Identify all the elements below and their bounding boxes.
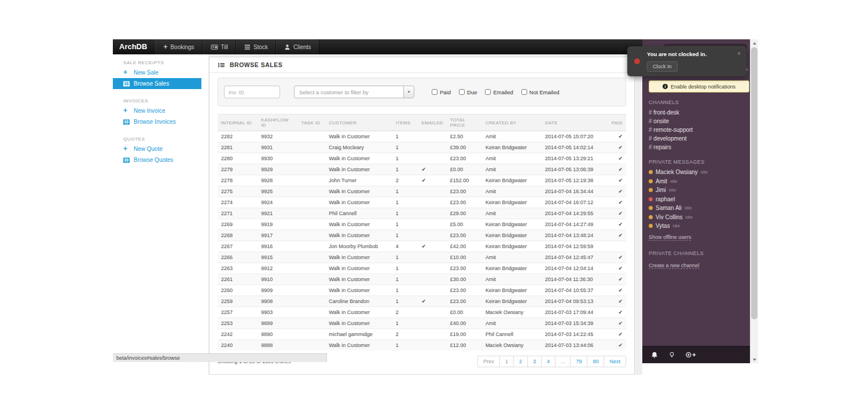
- cell-total-price: £40.00: [447, 318, 482, 329]
- col-kashflow-id[interactable]: KASHFLOW ID: [258, 115, 298, 131]
- table-row[interactable]: 2266 9915 Walk in Customer 1 £10.00 Amit: [218, 252, 626, 263]
- cell-created-by: Keiran Bridgwater: [482, 197, 542, 208]
- pm-presence: idle: [670, 177, 677, 186]
- cell-date: 2014-07-03 15:34:39: [542, 318, 608, 329]
- checkbox-input[interactable]: [521, 89, 527, 95]
- triangle-down-icon: [753, 359, 756, 361]
- scrollbar-thumb[interactable]: [751, 47, 757, 319]
- nav-stock[interactable]: Stock: [236, 39, 276, 54]
- invoice-id-input[interactable]: [224, 86, 280, 98]
- col-created-by[interactable]: CREATED BY: [482, 115, 542, 131]
- col-customer[interactable]: CUSTOMER: [325, 115, 392, 131]
- table-row[interactable]: 2240 9888 Walk in Customer 1 £12.00 Maci…: [218, 340, 626, 351]
- scroll-up-button[interactable]: [751, 39, 758, 47]
- clock-in-button[interactable]: Clock In: [647, 61, 678, 72]
- page-button[interactable]: 4: [541, 356, 556, 367]
- sidebar-item-new-sale[interactable]: + New Sale: [113, 67, 201, 78]
- cell-paid: ✔: [608, 142, 626, 153]
- customer-filter-select[interactable]: Select a customer to filter by ▾: [294, 86, 414, 98]
- table-row[interactable]: 2261 9910 Walk in Customer 1 £30.00 Amit: [218, 274, 626, 285]
- nav-bookings[interactable]: + Bookings: [155, 39, 202, 54]
- cell-paid: ✔: [608, 296, 626, 307]
- channel-item[interactable]: # development: [649, 134, 746, 143]
- scrollbar[interactable]: [750, 39, 758, 363]
- page-button[interactable]: 3: [527, 356, 542, 367]
- page-button[interactable]: 2: [513, 356, 528, 367]
- checkbox-input[interactable]: [485, 89, 491, 95]
- private-message-item[interactable]: Saman Aliidle: [649, 204, 746, 213]
- table-row[interactable]: 2275 9925 Walk in Customer 1 £23.00 Amit: [218, 186, 626, 197]
- table-row[interactable]: 2281 9931 Craig Mocleary 1 £39.00 Keiran…: [218, 142, 626, 153]
- cell-task-id: [298, 153, 325, 164]
- app-brand[interactable]: ArchDB: [113, 39, 155, 54]
- lightbulb-icon[interactable]: [668, 351, 675, 359]
- channel-item[interactable]: # remote-support: [649, 126, 746, 134]
- table-row[interactable]: 2280 9930 Walk in Customer 1 £23.00 Amit: [218, 153, 626, 164]
- filter-checkbox[interactable]: Emailed: [485, 89, 513, 95]
- table-row[interactable]: 2274 9924 Walk in Customer 1 £23.00 Keir…: [218, 197, 626, 208]
- table-row[interactable]: 2263 9912 Walk in Customer 1 £23.00 Keir…: [218, 263, 626, 274]
- col-task-id[interactable]: TASK ID: [298, 115, 325, 131]
- col-emailed[interactable]: EMAILED: [418, 115, 446, 131]
- pagination: Prev 1 2 3 4 ...: [478, 356, 626, 367]
- sidebar-item-browse-invoices[interactable]: Browse Invoices: [113, 116, 201, 127]
- mention-add-icon[interactable]: [685, 351, 697, 359]
- sidebar-item-new-invoice[interactable]: + New Invoice: [113, 105, 201, 116]
- col-internal-id[interactable]: INTERNAL ID: [218, 115, 258, 131]
- table-row[interactable]: 2242 9890 michael gammidge 2 £19.00 Phil…: [218, 329, 626, 340]
- col-paid[interactable]: PAID: [608, 115, 626, 131]
- show-offline-link[interactable]: Show offline users: [649, 234, 691, 241]
- table-row[interactable]: 2257 9903 Walk in Customer 2 £0.00 Macie…: [218, 307, 626, 318]
- table-row[interactable]: 2253 9899 Walk in Customer 1 £40.00 Amit: [218, 318, 626, 329]
- table-row[interactable]: 2259 9908 Caroline Brandon 1 ✔ £23.00 Ke…: [218, 296, 626, 307]
- page-button[interactable]: 80: [587, 356, 604, 367]
- table-row[interactable]: 2271 9921 Phil Cannell 1 £29.00 Amit 2: [218, 208, 626, 219]
- col-date[interactable]: DATE: [542, 115, 608, 131]
- page-button[interactable]: 1: [499, 356, 514, 367]
- col-items[interactable]: ITEMS: [392, 115, 418, 131]
- filter-checkbox[interactable]: Not Emailed: [521, 89, 560, 95]
- filter-checkbox[interactable]: Paid: [432, 89, 451, 95]
- pm-name: Viv Collins: [656, 213, 683, 222]
- bell-icon[interactable]: [650, 351, 659, 359]
- sidebar-item-label: Browse Invoices: [134, 119, 176, 125]
- table-row[interactable]: 2279 9929 Walk in Customer 1 ✔ £0.00 Ami…: [218, 164, 626, 175]
- nav-till[interactable]: Till: [203, 39, 236, 54]
- cell-internal-id: 2269: [218, 219, 258, 230]
- page-button[interactable]: 79: [570, 356, 587, 367]
- checkbox-input[interactable]: [459, 89, 465, 95]
- sidebar-item-browse-quotes[interactable]: Browse Quotes: [113, 154, 201, 165]
- page-button[interactable]: ...: [555, 356, 571, 367]
- cell-emailed: ✔: [418, 241, 446, 252]
- sidebar-item-new-quote[interactable]: + New Quote: [113, 143, 201, 154]
- private-message-item[interactable]: Vytasidle: [649, 222, 746, 231]
- table-row[interactable]: 2282 9932 Walk in Customer 1 £2.50 Amit: [218, 131, 626, 142]
- private-message-item[interactable]: Jimiidle: [649, 186, 746, 195]
- table-row[interactable]: 2278 9928 John Turner 2 ✔ £152.00 Keiran…: [218, 175, 626, 186]
- cell-kashflow-id: 9919: [258, 219, 298, 230]
- private-message-item[interactable]: Viv Collinsidle: [649, 213, 746, 222]
- table-row[interactable]: 2269 9919 Walk in Customer 1 £5.00 Keira…: [218, 219, 626, 230]
- nav-clients[interactable]: Clients: [276, 39, 319, 54]
- enable-notifications-button[interactable]: i Enable desktop notifications: [649, 80, 749, 93]
- private-message-item[interactable]: Amitidle: [649, 177, 746, 186]
- checkbox-input[interactable]: [432, 89, 437, 95]
- private-message-item[interactable]: Maciek Owsianyidle: [649, 168, 746, 177]
- page-button[interactable]: Prev: [477, 356, 500, 367]
- channel-item[interactable]: # front-desk: [649, 108, 746, 117]
- cell-emailed: [418, 252, 446, 263]
- col-total-price[interactable]: TOTAL PRICE: [447, 115, 482, 131]
- table-row[interactable]: 2267 9916 Jon Moorby Plumbob 4 ✔ £42.00 …: [218, 241, 626, 252]
- page-button[interactable]: Next: [604, 356, 626, 367]
- create-channel-link[interactable]: Create a new channel: [649, 263, 700, 269]
- table-row[interactable]: 2260 9909 Walk in Customer 1 £23.00 Keir…: [218, 285, 626, 296]
- scroll-down-button[interactable]: [751, 356, 758, 363]
- filter-checkbox[interactable]: Due: [459, 89, 477, 95]
- close-icon[interactable]: ×: [737, 51, 741, 56]
- table-row[interactable]: 2268 9917 Walk in Customer 1 £23.00 Keir…: [218, 230, 626, 241]
- sidebar-item-browse-sales[interactable]: Browse Sales: [113, 78, 201, 89]
- channel-item[interactable]: # repairs: [649, 143, 746, 152]
- till-icon: [211, 44, 218, 50]
- private-message-item[interactable]: raphael: [649, 195, 746, 204]
- channel-item[interactable]: # onsite: [649, 117, 746, 126]
